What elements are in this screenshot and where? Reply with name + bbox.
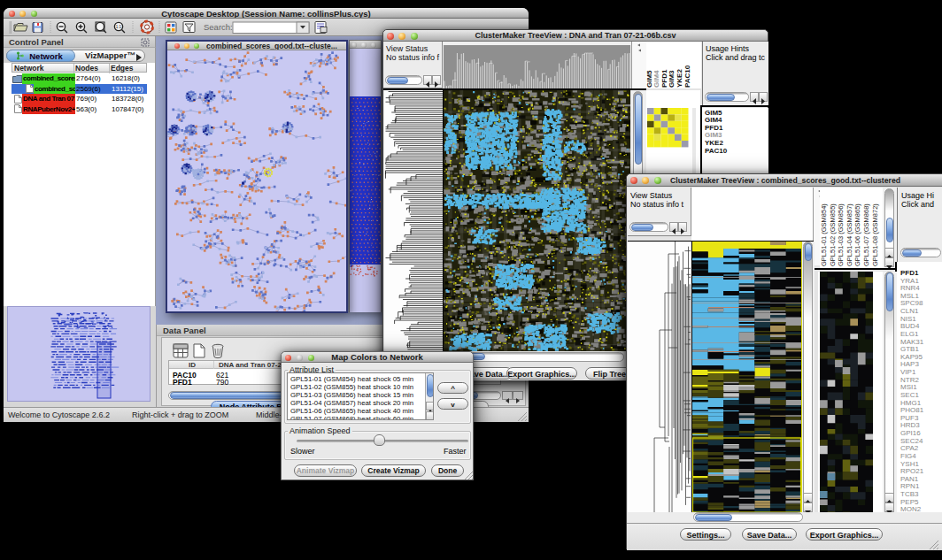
svg-text:GPL51-07 (GSM868): GPL51-07 (GSM868) — [862, 203, 870, 266]
svg-text:GPL51-04 (GSM857): GPL51-04 (GSM857) — [845, 203, 853, 266]
svg-text:GPL51-03 (GSM856): GPL51-03 (GSM856) — [837, 203, 845, 266]
svg-text:GPL51-02 (GSM855): GPL51-02 (GSM855) — [829, 203, 837, 266]
svg-text:GPL51-06 (GSM865): GPL51-06 (GSM865) — [853, 203, 861, 266]
svg-text:Search:: Search: — [204, 22, 233, 32]
svg-text:1:1: 1:1 — [116, 25, 122, 29]
svg-text:GPL51-01 (GSM854): GPL51-01 (GSM854) — [820, 203, 828, 266]
svg-text:GPL51-08 (GSM872): GPL51-08 (GSM872) — [871, 203, 879, 266]
svg-text:PAC10: PAC10 — [683, 65, 691, 88]
